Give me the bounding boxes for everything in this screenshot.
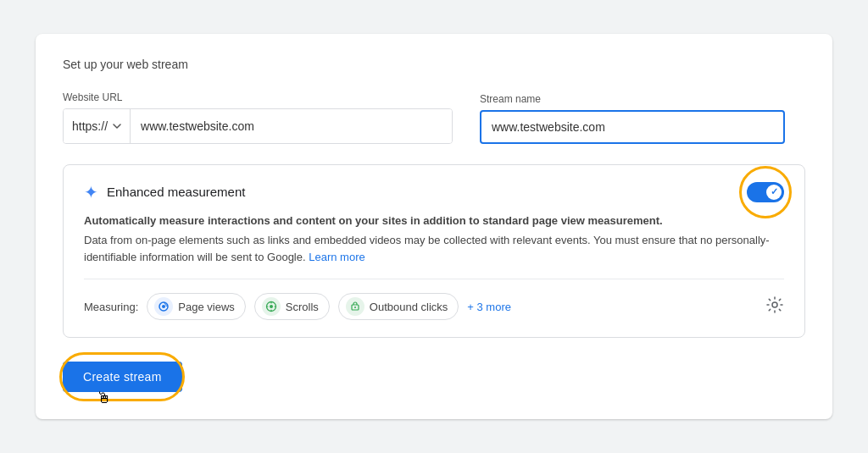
page-views-chip: Page views [147,293,245,320]
url-input[interactable] [131,109,452,143]
scrolls-icon [262,297,281,316]
page-views-label: Page views [178,301,234,313]
outbound-clicks-chip: Outbound clicks [338,293,459,320]
enhanced-measurement-box: ✦ Enhanced measurement ✓ Automatically m… [63,164,805,339]
create-btn-ring [59,352,185,401]
gear-icon[interactable] [765,296,784,318]
measuring-row: Measuring: Page views [84,293,784,320]
page-views-icon [154,297,173,316]
card-title: Set up your web stream [63,58,805,71]
setup-card: Set up your web stream Website URL https… [36,34,832,420]
protocol-select[interactable]: https:// [64,109,131,143]
divider [84,279,784,279]
check-icon: ✓ [771,186,778,197]
stream-name-group: Stream name [480,93,785,144]
stream-name-label: Stream name [480,93,785,105]
enhanced-toggle[interactable]: ✓ [747,182,784,202]
scrolls-label: Scrolls [286,301,319,313]
svg-point-5 [354,307,356,308]
scrolls-chip: Scrolls [254,293,330,320]
measuring-label: Measuring: [84,301,138,313]
create-stream-wrapper: Create stream 🖱 [63,362,182,392]
url-input-row: https:// [63,108,453,144]
measuring-chips: Measuring: Page views [84,293,511,320]
enhanced-desc-bold: Automatically measure interactions and c… [84,213,784,229]
enhanced-header: ✦ Enhanced measurement ✓ [84,182,784,202]
enhanced-title-row: ✦ Enhanced measurement [84,182,245,202]
svg-point-3 [270,305,273,308]
website-url-label: Website URL [63,91,453,103]
protocol-value: https:// [72,119,108,133]
form-row: Website URL https:// Stream name [63,91,805,144]
outbound-clicks-label: Outbound clicks [370,301,448,313]
chevron-down-icon [113,124,121,129]
sparkles-icon: ✦ [84,182,98,202]
outbound-clicks-icon [346,297,364,316]
website-url-group: Website URL https:// [63,91,453,144]
toggle-knob: ✓ [766,185,782,200]
toggle-wrapper: ✓ [747,182,784,202]
cursor-icon: 🖱 [97,389,112,407]
learn-more-link[interactable]: Learn more [309,251,364,263]
enhanced-title: Enhanced measurement [107,185,245,199]
more-label[interactable]: + 3 more [467,301,511,313]
svg-point-6 [772,302,777,307]
stream-name-input[interactable] [480,110,785,144]
enhanced-desc: Data from on-page elements such as links… [84,232,784,265]
svg-point-1 [162,305,165,308]
